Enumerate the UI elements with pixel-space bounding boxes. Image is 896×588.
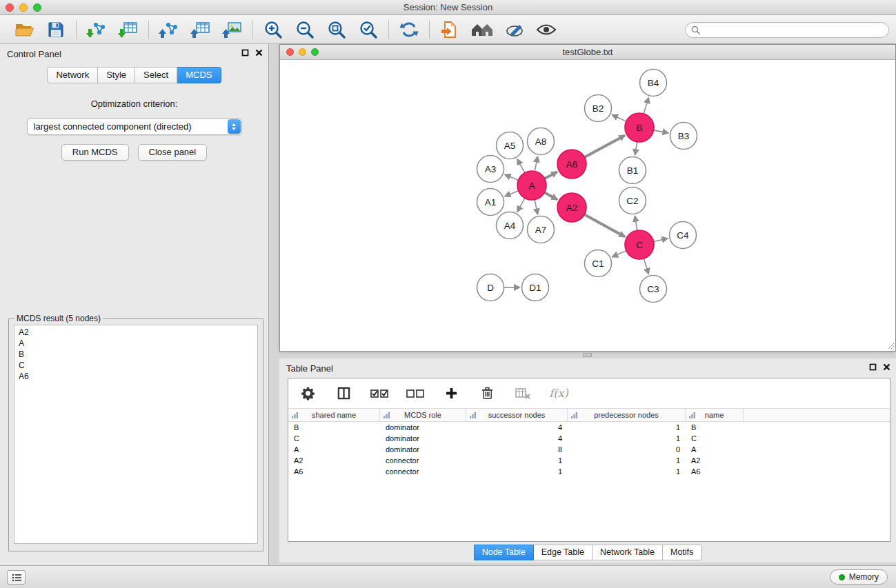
select-all-button[interactable]	[368, 382, 390, 405]
table-row[interactable]: Cdominator41C	[288, 433, 890, 444]
table-row[interactable]: A2connector11A2	[288, 455, 890, 466]
import-table-button[interactable]	[117, 18, 139, 41]
network-canvas[interactable]: B4B2BB3A5A8A6B1A3AC2A1A2A4A7C4CC1DD1C3	[280, 60, 895, 350]
network-edge[interactable]	[653, 239, 668, 242]
network-edge[interactable]	[544, 192, 557, 199]
float-table-panel-button[interactable]	[869, 363, 877, 371]
zoom-in-button[interactable]	[262, 18, 284, 41]
network-node[interactable]: A3	[477, 156, 504, 183]
network-node[interactable]: B1	[619, 157, 646, 184]
tab-network[interactable]: Network	[47, 67, 98, 83]
network-edge[interactable]	[517, 159, 525, 173]
tab-style[interactable]: Style	[98, 67, 135, 83]
window-minimize-button[interactable]	[19, 3, 28, 12]
zoom-out-button[interactable]	[294, 18, 316, 41]
column-header-shared-name[interactable]: shared name	[288, 409, 380, 421]
window-zoom-button[interactable]	[33, 3, 41, 12]
network-node[interactable]: D	[477, 274, 504, 301]
network-node[interactable]: A4	[497, 212, 524, 239]
save-session-button[interactable]	[45, 18, 67, 41]
table-row[interactable]: Bdominator41B	[288, 422, 890, 433]
table-settings-button[interactable]	[297, 382, 319, 405]
table-row[interactable]: Adominator80A	[288, 444, 890, 455]
network-node[interactable]: A7	[528, 216, 555, 243]
network-edge[interactable]	[635, 142, 637, 155]
run-mcds-button[interactable]: Run MCDS	[61, 144, 129, 161]
export-network-button[interactable]	[158, 18, 180, 41]
criterion-dropdown[interactable]: largest connected component (directed)	[27, 118, 242, 135]
mcds-result-item[interactable]: B	[19, 349, 253, 360]
network-node[interactable]: B2	[585, 95, 612, 122]
delete-table-button[interactable]	[512, 382, 534, 405]
network-node[interactable]: B3	[670, 123, 697, 150]
tab-select[interactable]: Select	[135, 67, 177, 83]
network-edge[interactable]	[517, 198, 525, 212]
network-zoom-button[interactable]	[311, 48, 319, 56]
network-node[interactable]: D1	[522, 274, 549, 301]
zoom-selected-button[interactable]	[357, 18, 379, 41]
search-input[interactable]	[704, 26, 883, 35]
tab-edge-table[interactable]: Edge Table	[534, 545, 593, 560]
export-table-button[interactable]	[190, 18, 212, 41]
network-node[interactable]: A8	[528, 128, 555, 155]
export-image-button[interactable]	[221, 18, 243, 41]
search-box[interactable]	[685, 22, 889, 38]
task-history-button[interactable]	[7, 570, 26, 585]
network-edge[interactable]	[584, 214, 625, 236]
network-edge[interactable]	[584, 135, 624, 157]
import-network-button[interactable]	[86, 18, 108, 41]
network-node[interactable]: C4	[670, 222, 697, 249]
close-panel-button-mcds[interactable]: Close panel	[138, 144, 208, 161]
mcds-result-item[interactable]: C	[19, 360, 253, 371]
network-edge[interactable]	[644, 98, 648, 114]
close-panel-button[interactable]	[255, 49, 263, 57]
window-close-button[interactable]	[6, 3, 14, 12]
network-close-button[interactable]	[286, 48, 294, 56]
network-view-button[interactable]	[470, 18, 494, 41]
mcds-result-list[interactable]: A2ABCA6	[14, 325, 258, 544]
network-node[interactable]: C	[625, 230, 654, 259]
refresh-layout-button[interactable]	[398, 18, 420, 41]
tab-mcds[interactable]: MCDS	[177, 67, 221, 83]
mcds-result-item[interactable]: A2	[19, 327, 253, 338]
document-export-button[interactable]	[439, 18, 461, 41]
network-minimize-button[interactable]	[299, 48, 306, 56]
network-edge[interactable]	[535, 156, 537, 171]
open-file-button[interactable]	[13, 18, 35, 41]
network-node[interactable]: A6	[557, 150, 586, 179]
network-node[interactable]: A1	[477, 189, 504, 216]
network-edge[interactable]	[505, 191, 519, 196]
tab-network-table[interactable]: Network Table	[593, 545, 663, 560]
network-node[interactable]: A2	[557, 193, 586, 222]
zoom-fit-button[interactable]	[326, 18, 348, 41]
table-row[interactable]: A6connector11A6	[288, 466, 890, 477]
network-edge[interactable]	[654, 130, 668, 133]
float-panel-button[interactable]	[241, 49, 249, 57]
tab-node-table[interactable]: Node Table	[474, 545, 534, 560]
show-details-button[interactable]	[535, 18, 557, 41]
network-edge[interactable]	[545, 172, 557, 179]
mcds-result-item[interactable]: A	[19, 338, 253, 349]
network-window-titlebar[interactable]: testGlobe.txt	[280, 45, 895, 60]
network-node[interactable]: A	[517, 171, 546, 200]
network-node[interactable]: B	[625, 113, 654, 142]
network-edge[interactable]	[613, 251, 626, 257]
network-edge[interactable]	[635, 216, 637, 230]
panel-splitter-handle[interactable]	[583, 353, 592, 357]
add-column-button[interactable]	[440, 382, 462, 405]
network-node[interactable]: C2	[619, 187, 646, 214]
network-node[interactable]: B4	[640, 70, 667, 97]
annotation-button[interactable]	[504, 18, 526, 41]
mcds-result-item[interactable]: A6	[19, 371, 253, 382]
column-header-predecessor-nodes[interactable]: predecessor nodes	[568, 409, 686, 421]
memory-button[interactable]: Memory	[830, 569, 888, 585]
column-header-name[interactable]: name	[686, 409, 744, 421]
network-edge[interactable]	[505, 174, 519, 180]
tab-motifs[interactable]: Motifs	[663, 545, 701, 560]
network-edge[interactable]	[644, 258, 648, 274]
close-table-panel-button[interactable]	[883, 363, 890, 371]
column-visibility-button[interactable]	[332, 382, 355, 405]
column-header-MCDS-role[interactable]: MCDS role	[380, 409, 466, 421]
column-header-successor-nodes[interactable]: successor nodes	[466, 409, 568, 421]
deselect-all-button[interactable]	[404, 382, 426, 405]
